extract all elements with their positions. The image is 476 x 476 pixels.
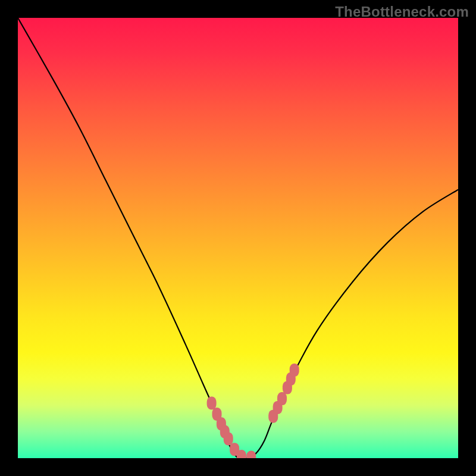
marker-point bbox=[224, 432, 233, 445]
marker-point bbox=[277, 392, 287, 405]
marker-point bbox=[246, 451, 256, 458]
marker-point bbox=[290, 364, 299, 377]
chart-svg bbox=[18, 18, 458, 458]
marker-point bbox=[207, 397, 217, 410]
chart-frame: TheBottleneck.com bbox=[0, 0, 476, 476]
markers-group bbox=[207, 364, 299, 458]
bottleneck-curve bbox=[18, 18, 458, 458]
plot-area bbox=[18, 18, 458, 458]
